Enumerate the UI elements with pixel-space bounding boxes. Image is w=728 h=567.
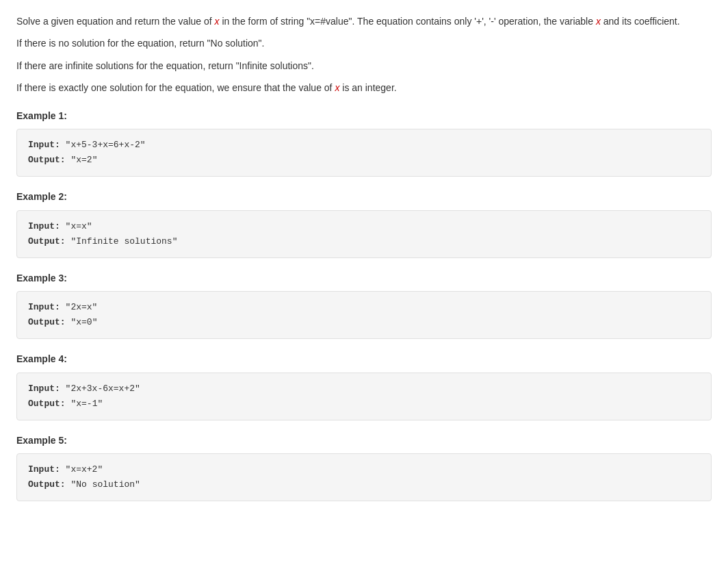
desc-text-1c: and its coefficient. xyxy=(601,16,680,27)
desc-text-1b: in the form of string "x=#value". The eq… xyxy=(220,16,596,27)
example-1-input-line: Input: "x+5-3+x=6+x-2" xyxy=(28,138,700,153)
examples-container: Example 1:Input: "x+5-3+x=6+x-2"Output: … xyxy=(16,108,712,502)
x-variable-1: x xyxy=(215,16,220,27)
example-3-output-value: "x=0" xyxy=(70,317,97,327)
example-4-output-line: Output: "x=-1" xyxy=(28,396,700,412)
example-3-heading: Example 3: xyxy=(16,270,712,286)
example-5-code-block: Input: "x=x+2"Output: "No solution" xyxy=(16,453,712,501)
example-4-input-line: Input: "2x+3x-6x=x+2" xyxy=(28,381,700,396)
example-2-input-value: "x=x" xyxy=(66,221,92,231)
desc-text-4a: If there is exactly one solution for the… xyxy=(16,82,335,93)
example-3-input-label: Input: xyxy=(28,302,66,312)
description-line-2: If there is no solution for the equation… xyxy=(16,36,712,51)
example-5-input-line: Input: "x=x+2" xyxy=(28,462,700,477)
example-3-input-line: Input: "2x=x" xyxy=(28,300,700,315)
example-1-output-value: "x=2" xyxy=(70,155,97,165)
example-1-input-label: Input: xyxy=(28,140,66,150)
desc-text-1a: Solve a given equation and return the va… xyxy=(16,16,215,27)
example-2-input-label: Input: xyxy=(28,221,66,231)
example-2-input-line: Input: "x=x" xyxy=(28,219,700,234)
example-4-heading: Example 4: xyxy=(16,351,712,366)
example-1-output-label: Output: xyxy=(28,155,70,165)
example-5-output-value: "No solution" xyxy=(70,479,140,490)
description-line-3: If there are infinite solutions for the … xyxy=(16,58,712,73)
example-4-input-value: "2x+3x-6x=x+2" xyxy=(66,383,140,394)
example-2-output-line: Output: "Infinite solutions" xyxy=(28,234,700,249)
example-4-output-label: Output: xyxy=(28,399,70,409)
example-4-input-label: Input: xyxy=(28,383,66,394)
example-2-output-label: Output: xyxy=(28,236,70,247)
description-line-4: If there is exactly one solution for the… xyxy=(16,80,712,95)
example-1-input-value: "x+5-3+x=6+x-2" xyxy=(66,140,146,150)
description-block: Solve a given equation and return the va… xyxy=(16,14,712,96)
example-3-input-value: "2x=x" xyxy=(66,302,98,312)
example-5-output-label: Output: xyxy=(28,479,70,490)
example-2-code-block: Input: "x=x"Output: "Infinite solutions" xyxy=(16,210,712,258)
example-5-input-label: Input: xyxy=(28,464,66,475)
example-1-heading: Example 1: xyxy=(16,108,712,123)
example-4-output-value: "x=-1" xyxy=(70,399,103,409)
example-2-heading: Example 2: xyxy=(16,189,712,204)
example-5-input-value: "x=x+2" xyxy=(66,464,103,475)
example-1-output-line: Output: "x=2" xyxy=(28,153,700,168)
example-1-code-block: Input: "x+5-3+x=6+x-2"Output: "x=2" xyxy=(16,129,712,177)
example-3-output-line: Output: "x=0" xyxy=(28,315,700,330)
example-3-code-block: Input: "2x=x"Output: "x=0" xyxy=(16,291,712,339)
description-line-1: Solve a given equation and return the va… xyxy=(16,14,712,29)
example-5-heading: Example 5: xyxy=(16,433,712,448)
x-variable-2: x xyxy=(596,16,601,27)
desc-text-4b: is an integer. xyxy=(339,82,396,93)
example-2-output-value: "Infinite solutions" xyxy=(70,236,177,247)
example-4-code-block: Input: "2x+3x-6x=x+2"Output: "x=-1" xyxy=(16,373,712,420)
example-5-output-line: Output: "No solution" xyxy=(28,477,700,492)
example-3-output-label: Output: xyxy=(28,317,70,327)
